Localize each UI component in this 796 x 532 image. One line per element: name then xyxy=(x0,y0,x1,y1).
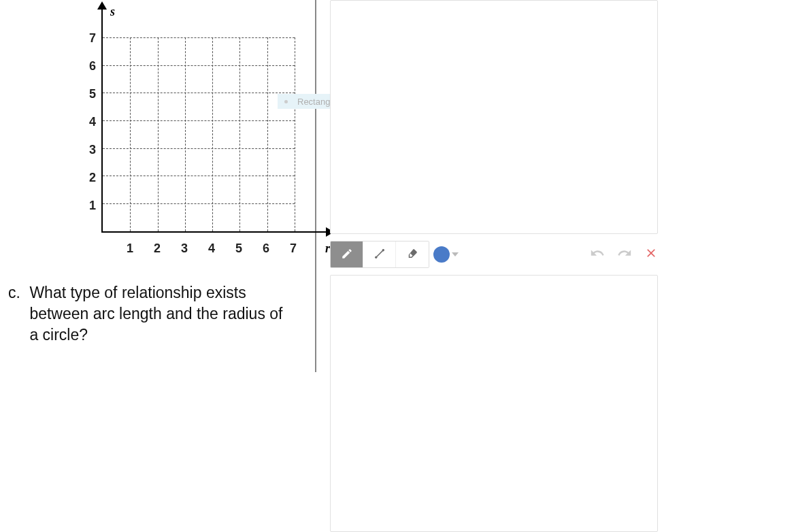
y-tick: 4 xyxy=(84,115,96,129)
x-axis-label: r xyxy=(325,242,330,256)
history-group xyxy=(590,246,658,263)
question-label: c. xyxy=(8,282,25,303)
y-tick: 6 xyxy=(84,59,96,73)
y-tick: 5 xyxy=(84,87,96,101)
redo-icon xyxy=(617,251,632,263)
eraser-icon xyxy=(406,248,418,263)
y-tick: 7 xyxy=(84,31,96,46)
color-swatch-icon xyxy=(433,246,450,263)
redo-button[interactable] xyxy=(617,246,632,263)
eraser-tool-button[interactable] xyxy=(396,242,429,268)
x-tick: 5 xyxy=(232,242,246,256)
tool-group xyxy=(330,241,429,268)
drawing-toolbar xyxy=(330,241,658,268)
y-tick: 2 xyxy=(84,171,96,185)
blank-grid-chart: s r 7 6 5 4 3 2 1 1 2 3 xyxy=(37,0,303,265)
snip-dot-icon xyxy=(284,100,288,103)
undo-button[interactable] xyxy=(590,246,605,263)
drawing-canvas-lower[interactable] xyxy=(330,275,658,532)
y-axis-label: s xyxy=(110,5,115,19)
x-tick: 3 xyxy=(178,242,191,256)
line-icon xyxy=(374,248,386,263)
pen-icon xyxy=(341,248,353,263)
chevron-down-icon xyxy=(452,252,459,256)
question-body: What type of relationship exists between… xyxy=(29,282,288,346)
drawing-canvas-upper[interactable] xyxy=(330,0,658,234)
question-text: c. What type of relationship exists betw… xyxy=(8,282,294,346)
undo-icon xyxy=(590,251,605,263)
question-panel: s r 7 6 5 4 3 2 1 1 2 3 xyxy=(0,0,316,372)
y-tick: 1 xyxy=(84,199,96,213)
x-tick: 4 xyxy=(205,242,218,256)
x-tick: 7 xyxy=(286,242,300,256)
grid-lines xyxy=(103,37,295,231)
x-tick: 2 xyxy=(150,242,164,256)
x-tick: 1 xyxy=(123,242,137,256)
line-tool-button[interactable] xyxy=(363,242,396,268)
svg-rect-2 xyxy=(376,249,384,257)
close-icon xyxy=(644,250,658,262)
x-axis-line xyxy=(101,231,330,233)
x-tick: 6 xyxy=(259,242,273,256)
close-button[interactable] xyxy=(644,246,658,263)
color-picker-button[interactable] xyxy=(433,241,459,268)
y-tick: 3 xyxy=(84,143,96,157)
pen-tool-button[interactable] xyxy=(331,242,363,268)
